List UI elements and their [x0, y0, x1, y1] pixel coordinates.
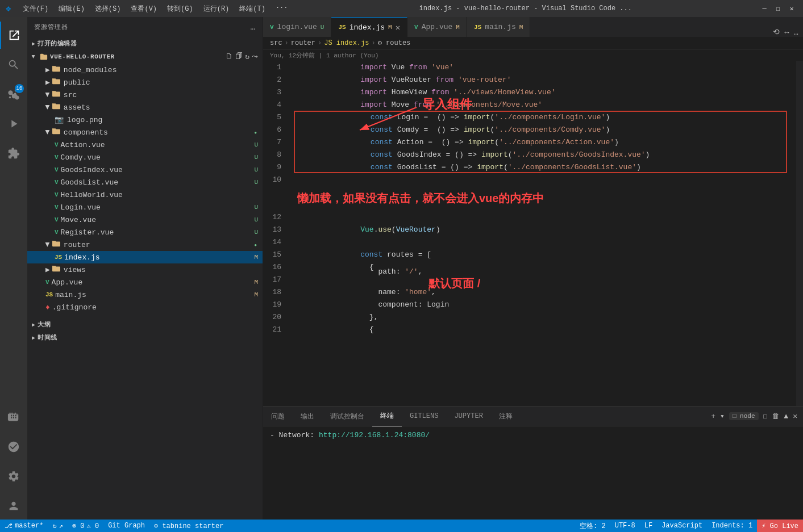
activity-settings[interactable]: [0, 463, 27, 490]
status-golive[interactable]: ⚡ Go Live: [757, 520, 803, 532]
new-file-btn[interactable]: 🗋: [226, 52, 233, 61]
panel-tab-output[interactable]: 输出: [293, 407, 322, 426]
tree-item-src[interactable]: ▶ src: [27, 89, 263, 101]
activity-source-control[interactable]: 10: [0, 81, 27, 108]
menu-run[interactable]: 运行(R): [199, 3, 234, 15]
router-arrow: ▶: [43, 242, 52, 247]
panel-collapse-icon[interactable]: ▲: [784, 412, 788, 421]
project-icon: [40, 53, 50, 61]
breadcrumb-router[interactable]: router: [291, 39, 315, 47]
tree-item-login-vue[interactable]: V Login.vue U: [27, 201, 263, 213]
network-url[interactable]: http://192.168.1.24:8080/: [319, 431, 430, 439]
section-open-editors[interactable]: ▶ 打开的编辑器: [27, 37, 263, 50]
panel-dropdown-icon[interactable]: ▾: [720, 412, 725, 421]
section-outline[interactable]: ▶ 大纲: [27, 318, 263, 331]
status-tabnine[interactable]: ⊕ tabnine starter: [149, 520, 228, 532]
activity-run[interactable]: [0, 110, 27, 137]
breadcrumb-sep1: ›: [285, 39, 289, 47]
tab-more[interactable]: …: [794, 28, 798, 37]
tree-item-goodslist-vue[interactable]: V GoodsList.vue U: [27, 176, 263, 188]
panel-tab-icons[interactable]: + ▾ □ node ☐ 🗑 ▲ ✕: [711, 412, 803, 421]
tree-item-comdy-vue[interactable]: V Comdy.vue U: [27, 151, 263, 164]
menu-bar[interactable]: 文件(F) 编辑(E) 选择(S) 查看(V) 转到(G) 运行(R) 终端(T…: [18, 3, 293, 15]
sidebar-header-icons[interactable]: …: [251, 23, 256, 32]
tree-item-node-modules[interactable]: ▶ node_modules: [27, 64, 263, 76]
panel-trash-icon[interactable]: 🗑: [772, 412, 779, 421]
section-project[interactable]: ▶ VUE-HELLO-ROUTER 🗋 🗍 ↻ ⤳: [27, 50, 263, 64]
status-errors[interactable]: ⊗ 0 ⚠ 0: [68, 520, 103, 532]
activity-remote[interactable]: [0, 433, 27, 460]
tree-item-action-vue[interactable]: V Action.vue U: [27, 139, 263, 151]
tree-item-public[interactable]: ▶ public: [27, 76, 263, 89]
menu-select[interactable]: 选择(S): [90, 3, 126, 15]
new-file-icon[interactable]: …: [251, 23, 256, 32]
new-folder-btn[interactable]: 🗍: [235, 52, 243, 61]
panel-close-icon[interactable]: ✕: [793, 412, 797, 421]
menu-terminal[interactable]: 终端(T): [235, 3, 270, 15]
tree-item-move-vue[interactable]: V Move.vue U: [27, 213, 263, 226]
section-timeline[interactable]: ▶ 时间线: [27, 331, 263, 344]
status-encoding[interactable]: UTF-8: [610, 520, 640, 532]
tab-split[interactable]: ↔: [784, 28, 789, 37]
tree-item-gitignore[interactable]: ♦ .gitignore: [27, 301, 263, 313]
breadcrumb-src[interactable]: src: [270, 39, 282, 47]
panel-tab-problems[interactable]: 问题: [263, 407, 293, 426]
status-indents[interactable]: Indents: 1: [707, 520, 757, 532]
index-js-tab-close[interactable]: ✕: [396, 23, 400, 32]
refresh-btn[interactable]: ↻: [245, 52, 249, 61]
activity-search[interactable]: [0, 51, 27, 78]
menu-goto[interactable]: 转到(G): [163, 3, 198, 15]
panel-tab-jupyter[interactable]: JUPYTER: [446, 407, 490, 426]
activity-explorer[interactable]: [0, 22, 27, 49]
tab-history-back[interactable]: ⟲: [773, 27, 780, 37]
tab-bar-actions[interactable]: ⟲ ↔ …: [768, 27, 803, 37]
tab-login-vue[interactable]: V login.vue U: [263, 17, 331, 37]
code-editor[interactable]: 1 import Vue from 'vue' 2 import VueRout…: [263, 61, 796, 406]
tab-app-vue[interactable]: V App.vue M: [407, 17, 467, 37]
activity-extensions[interactable]: [0, 140, 27, 167]
tab-main-js[interactable]: JS main.js M: [467, 17, 530, 37]
activity-docker[interactable]: [0, 404, 27, 431]
status-branch[interactable]: ⎇ master*: [0, 520, 48, 532]
tree-item-index-js[interactable]: JS index.js M: [27, 251, 263, 263]
menu-edit[interactable]: 编辑(E): [54, 3, 89, 15]
breadcrumb-index-js[interactable]: JS index.js: [324, 39, 369, 47]
folder-icon: ▶: [45, 65, 50, 74]
tree-item-router[interactable]: ▶ router ●: [27, 238, 263, 251]
tree-item-app-vue[interactable]: V App.vue M: [27, 276, 263, 288]
encoding-label: UTF-8: [615, 522, 635, 530]
line-number-1: 1: [263, 63, 290, 72]
tree-item-assets[interactable]: ▶ assets: [27, 101, 263, 114]
panel-add-icon[interactable]: +: [711, 412, 715, 421]
panel-tab-gitlens[interactable]: GITLENS: [402, 407, 446, 426]
maximize-button[interactable]: ☐: [772, 3, 784, 14]
collapse-btn[interactable]: ⤳: [252, 52, 258, 61]
status-line-ending[interactable]: LF: [640, 520, 657, 532]
activity-account[interactable]: [0, 492, 27, 520]
tree-item-helloworld-vue[interactable]: V HelloWorld.vue: [27, 188, 263, 201]
tree-item-goodsindex-vue[interactable]: V GoodsIndex.vue U: [27, 164, 263, 176]
tree-item-views[interactable]: ▶ views: [27, 263, 263, 276]
panel-split-icon[interactable]: ☐: [763, 412, 768, 421]
tree-item-components[interactable]: ▶ components ●: [27, 126, 263, 139]
menu-file[interactable]: 文件(F): [18, 3, 53, 15]
panel-tab-debug[interactable]: 调试控制台: [322, 407, 372, 426]
minimize-button[interactable]: —: [759, 3, 770, 14]
panel-tab-comments[interactable]: 注释: [491, 407, 521, 426]
menu-more[interactable]: ···: [271, 3, 293, 15]
tree-item-main-js[interactable]: JS main.js M: [27, 288, 263, 301]
panel-tab-terminal[interactable]: 终端: [372, 407, 402, 426]
breadcrumb-routes[interactable]: ⚙ routes: [378, 39, 411, 47]
tree-item-logo-png[interactable]: 📷 logo.png: [27, 114, 263, 126]
status-language[interactable]: JavaScript: [657, 520, 707, 532]
status-sync[interactable]: ↻ ↗: [48, 520, 67, 532]
tree-item-register-vue[interactable]: V Register.vue U: [27, 226, 263, 238]
status-gitgraph[interactable]: Git Graph: [103, 520, 149, 532]
menu-view[interactable]: 查看(V): [126, 3, 161, 15]
project-name: VUE-HELLO-ROUTER: [50, 53, 226, 60]
project-actions[interactable]: 🗋 🗍 ↻ ⤳: [226, 52, 258, 61]
activity-bar: 10: [0, 17, 27, 520]
tab-index-js[interactable]: JS index.js M ✕: [331, 17, 407, 37]
close-button[interactable]: ✕: [786, 3, 797, 14]
status-spaces[interactable]: 空格: 2: [575, 520, 610, 532]
